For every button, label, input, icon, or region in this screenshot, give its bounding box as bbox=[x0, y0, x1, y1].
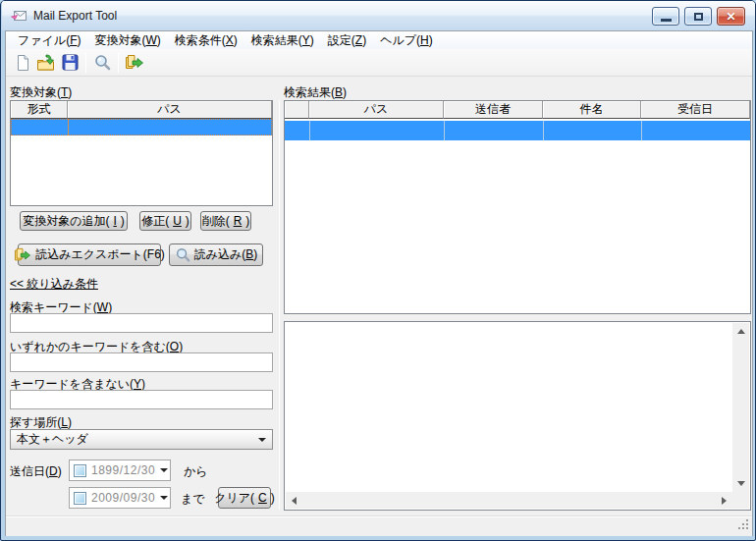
status-bar bbox=[6, 515, 752, 536]
filter-conditions-link[interactable]: << 絞り込み条件 bbox=[10, 276, 98, 293]
row-column-divider bbox=[444, 121, 445, 140]
results-panel-label: 検索結果(B) bbox=[284, 84, 347, 101]
date-from-picker[interactable]: 1899/12/30 bbox=[69, 460, 171, 481]
results-table: パス 送信者 件名 受信日 bbox=[284, 100, 751, 314]
toolbar-separator bbox=[85, 53, 86, 73]
chevron-down-icon bbox=[160, 468, 168, 472]
add-target-button[interactable]: 変換対象の追加(I) bbox=[20, 211, 128, 231]
conversion-table-selected-row[interactable] bbox=[11, 119, 272, 135]
chevron-down-icon bbox=[160, 496, 168, 500]
menu-bar: ファイル(F) 変換対象(W) 検索条件(X) 検索結果(Y) 設定(Z) ヘル… bbox=[6, 31, 752, 49]
results-table-header: パス 送信者 件名 受信日 bbox=[285, 101, 750, 119]
arrow-down-icon bbox=[737, 481, 745, 486]
mail-export-app-icon bbox=[11, 8, 27, 24]
client-area: ファイル(F) 変換対象(W) 検索条件(X) 検索結果(Y) 設定(Z) ヘル… bbox=[5, 30, 753, 536]
scrollbar-corner bbox=[732, 492, 749, 509]
edit-button[interactable]: 修正(U) bbox=[139, 211, 191, 231]
new-file-icon bbox=[14, 54, 31, 72]
menu-convert[interactable]: 変換対象(W) bbox=[87, 31, 167, 50]
column-header-format[interactable]: 形式 bbox=[11, 101, 68, 119]
date-from-value: 1899/12/30 bbox=[91, 463, 155, 477]
open-folder-icon bbox=[36, 54, 56, 72]
title-bar: Mail Export Tool ✕ bbox=[2, 1, 756, 30]
row-column-divider bbox=[68, 119, 69, 135]
column-header-received-date[interactable]: 受信日 bbox=[641, 101, 750, 119]
menu-file[interactable]: ファイル(F) bbox=[11, 31, 87, 50]
vertical-scrollbar[interactable] bbox=[732, 323, 749, 492]
sent-date-label: 送信日(D) bbox=[10, 463, 62, 480]
app-window: Mail Export Tool ✕ ファイル(F) 変換対象(W) 検索条件(… bbox=[0, 0, 756, 541]
maximize-icon bbox=[694, 13, 703, 21]
conversion-table: 形式 パス bbox=[10, 100, 273, 206]
search-icon bbox=[175, 247, 190, 263]
column-header-path[interactable]: パス bbox=[309, 101, 444, 119]
conversion-panel-label: 変換対象(T) bbox=[10, 84, 72, 101]
column-header-sender[interactable]: 送信者 bbox=[444, 101, 543, 119]
keyword-input[interactable] bbox=[10, 313, 273, 333]
load-export-button-label: 読込みエクスポート(F6) bbox=[35, 246, 165, 263]
search-location-select[interactable]: 本文＋ヘッダ bbox=[10, 429, 273, 450]
date-to-picker[interactable]: 2009/09/30 bbox=[69, 487, 171, 509]
date-to-value: 2009/09/30 bbox=[91, 491, 155, 505]
row-column-divider bbox=[543, 121, 544, 140]
new-file-button[interactable] bbox=[11, 51, 34, 75]
toolbar-separator bbox=[118, 53, 119, 73]
minimize-icon bbox=[661, 19, 672, 22]
conversion-table-header: 形式 パス bbox=[11, 101, 272, 119]
export-button[interactable] bbox=[123, 51, 146, 75]
date-from-checkbox[interactable] bbox=[74, 464, 86, 477]
column-header-subject[interactable]: 件名 bbox=[543, 101, 641, 119]
date-from-suffix: から bbox=[184, 463, 208, 480]
horizontal-scrollbar[interactable] bbox=[286, 492, 732, 509]
chevron-down-icon bbox=[258, 438, 266, 442]
exclude-keyword-input[interactable] bbox=[10, 390, 273, 409]
search-location-value: 本文＋ヘッダ bbox=[17, 431, 88, 448]
export-icon bbox=[125, 54, 144, 72]
resize-grip-icon[interactable] bbox=[737, 518, 749, 533]
main-area: 変換対象(T) 形式 パス 変換対象の追加(I) 修正(U) 削除(R) bbox=[6, 77, 752, 515]
search-icon bbox=[93, 54, 111, 72]
any-keyword-input[interactable] bbox=[10, 352, 273, 372]
save-icon bbox=[62, 54, 79, 71]
date-to-checkbox[interactable] bbox=[74, 492, 86, 505]
row-column-divider bbox=[309, 121, 310, 140]
scroll-right-button[interactable] bbox=[716, 492, 732, 509]
search-button[interactable] bbox=[90, 51, 114, 75]
column-header-blank[interactable] bbox=[285, 101, 309, 119]
mail-preview-pane[interactable] bbox=[284, 321, 751, 511]
arrow-up-icon bbox=[737, 329, 745, 334]
delete-button[interactable]: 削除(R) bbox=[200, 211, 251, 231]
arrow-right-icon bbox=[722, 497, 727, 505]
column-header-path[interactable]: パス bbox=[68, 101, 272, 119]
scroll-down-button[interactable] bbox=[732, 475, 749, 492]
toolbar bbox=[6, 49, 752, 77]
menu-settings[interactable]: 設定(Z) bbox=[321, 31, 373, 50]
clear-button[interactable]: クリア(C) bbox=[218, 487, 271, 509]
load-button-label: 読み込み(B) bbox=[194, 246, 258, 263]
results-table-selected-row[interactable] bbox=[285, 121, 750, 140]
menu-search-result[interactable]: 検索結果(Y) bbox=[244, 31, 321, 50]
arrow-left-icon bbox=[292, 497, 297, 505]
close-icon: ✕ bbox=[726, 10, 735, 24]
close-button[interactable]: ✕ bbox=[717, 7, 745, 26]
scroll-left-button[interactable] bbox=[286, 492, 302, 509]
row-column-divider bbox=[641, 121, 642, 140]
maximize-button[interactable] bbox=[684, 7, 712, 26]
load-button[interactable]: 読み込み(B) bbox=[169, 243, 263, 266]
menu-search-cond[interactable]: 検索条件(X) bbox=[168, 31, 244, 50]
minimize-button[interactable] bbox=[652, 7, 679, 26]
panel-splitter[interactable] bbox=[279, 100, 280, 510]
menu-help[interactable]: ヘルプ(H) bbox=[373, 31, 440, 50]
save-button[interactable] bbox=[58, 51, 81, 75]
scroll-up-button[interactable] bbox=[732, 323, 749, 340]
window-title: Mail Export Tool bbox=[33, 9, 117, 23]
date-to-suffix: まで bbox=[181, 491, 205, 508]
export-icon bbox=[14, 247, 31, 263]
open-file-button[interactable] bbox=[34, 51, 58, 75]
load-export-button[interactable]: 読込みエクスポート(F6) bbox=[18, 243, 161, 266]
